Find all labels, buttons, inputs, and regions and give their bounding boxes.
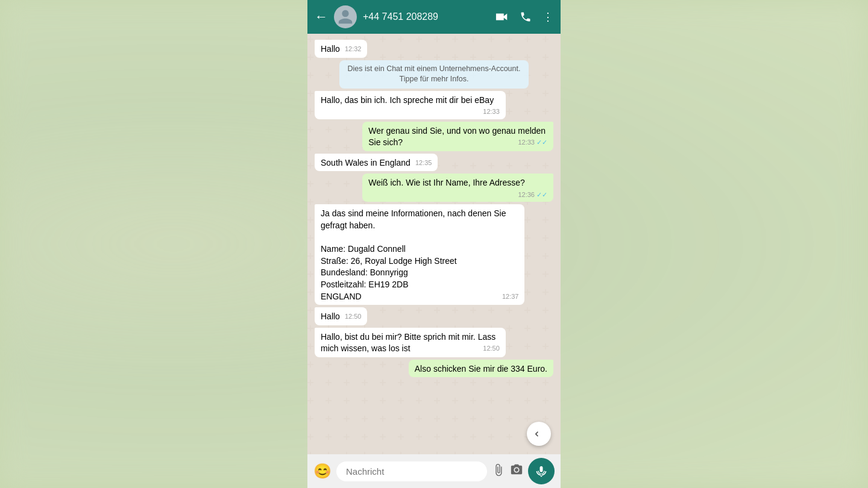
read-ticks: ✓✓ (536, 139, 547, 146)
chevron-down-icon: ⌄ (532, 429, 546, 439)
message-time: 12:37 (502, 292, 519, 301)
header-actions: ⋮ (495, 10, 553, 23)
message-text: Ja das sind meine Informationen, nach de… (321, 208, 506, 301)
voice-message-button[interactable] (528, 458, 555, 484)
system-notice[interactable]: Dies ist ein Chat mit einem Unternehmens… (339, 60, 529, 89)
message-time: 12:50 (483, 344, 500, 353)
input-bar: 😊 (307, 454, 561, 488)
message-text: Hallo (321, 311, 340, 321)
message-6: Weiß ich. Wie ist Ihr Name, Ihre Adresse… (362, 174, 553, 202)
message-text: Hallo, bist du bei mir? Bitte sprich mit… (321, 332, 495, 354)
message-time: 12:50 (345, 312, 362, 321)
message-4: Wer genau sind Sie, und von wo genau mel… (362, 122, 553, 151)
chat-header: ← +44 7451 208289 ⋮ (307, 0, 561, 34)
message-time: 12:36 ✓✓ (518, 190, 547, 199)
chat-area[interactable]: Hallo 12:32 Dies ist ein Chat mit einem … (307, 34, 561, 454)
message-3: Hallo, das bin ich. Ich spreche mit dir … (315, 91, 506, 119)
emoji-button[interactable]: 😊 (313, 463, 332, 480)
message-1: Hallo 12:32 (315, 40, 367, 58)
message-text: Hallo (321, 44, 340, 54)
voice-call-icon[interactable] (520, 10, 532, 23)
message-time: 12:32 (345, 45, 362, 54)
message-time: 12:33 (483, 107, 500, 116)
message-input[interactable] (336, 461, 487, 481)
message-9: Hallo, bist du bei mir? Bitte sprich mit… (315, 328, 506, 357)
message-10: Also schicken Sie mir die 334 Euro. (409, 360, 553, 378)
message-8: Hallo 12:50 (315, 307, 367, 325)
system-notice-text: Dies ist ein Chat mit einem Unternehmens… (348, 64, 521, 84)
contact-avatar[interactable] (334, 5, 357, 28)
message-text: Weiß ich. Wie ist Ihr Name, Ihre Adresse… (368, 178, 525, 187)
attach-button[interactable] (492, 463, 505, 480)
scroll-down-button[interactable]: ⌄ (527, 422, 551, 446)
message-5: South Wales in England 12:35 (315, 154, 438, 172)
message-text: South Wales in England (321, 158, 410, 167)
message-time: 12:33 ✓✓ (518, 138, 547, 147)
phone-container: ← +44 7451 208289 ⋮ Hallo 12 (307, 0, 561, 488)
message-text: Hallo, das bin ich. Ich spreche mit dir … (321, 95, 494, 105)
message-text: Also schicken Sie mir die 334 Euro. (415, 364, 547, 374)
read-ticks: ✓✓ (536, 191, 547, 198)
camera-button[interactable] (510, 463, 523, 480)
back-button[interactable]: ← (315, 9, 328, 25)
message-7: Ja das sind meine Informationen, nach de… (315, 204, 524, 305)
more-options-icon[interactable]: ⋮ (542, 10, 553, 23)
video-call-icon[interactable] (495, 10, 509, 23)
message-time: 12:35 (415, 158, 432, 167)
contact-name[interactable]: +44 7451 208289 (363, 11, 489, 22)
